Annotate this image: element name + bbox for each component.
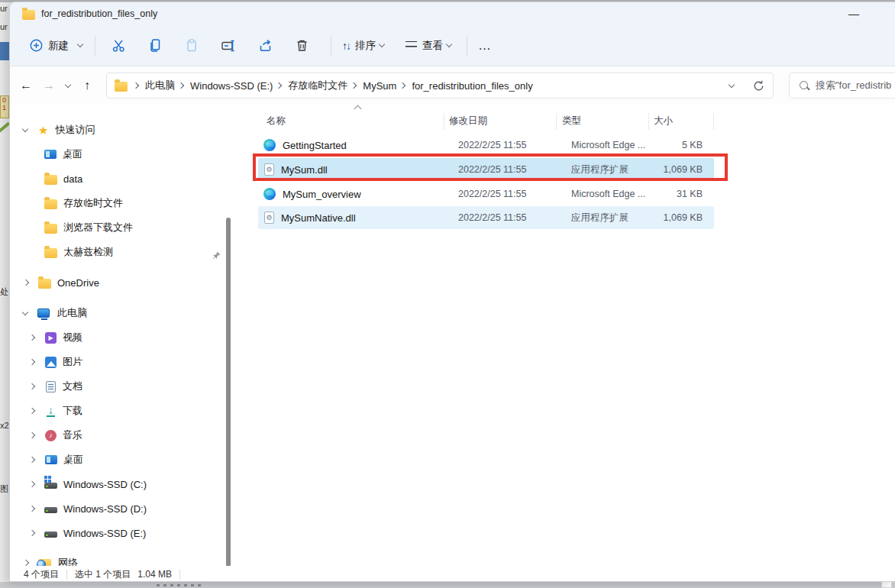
sidebar-item-this-pc[interactable]: 此电脑 [22, 302, 87, 324]
sidebar-item-music[interactable]: ♪ 音乐 [30, 425, 82, 446]
back-button[interactable]: ← [15, 74, 37, 97]
column-headers: 名称 修改日期 类型 大小 [233, 109, 895, 132]
column-header-type[interactable]: 类型 [562, 115, 581, 128]
sidebar-item-terahertz[interactable]: 太赫兹检测 [44, 241, 113, 263]
column-header-date[interactable]: 修改日期 [449, 115, 487, 128]
breadcrumb-separator-icon [179, 82, 186, 89]
toolbar-divider [331, 36, 331, 56]
drive-icon [44, 531, 57, 538]
chevron-down-icon[interactable] [22, 127, 29, 134]
toolbar-divider [467, 36, 467, 56]
forward-button[interactable]: → [37, 74, 60, 97]
minimize-button[interactable]: — [837, 2, 871, 25]
breadcrumb-item[interactable]: 存放临时文件 [284, 79, 351, 92]
history-dropdown-button[interactable] [60, 74, 76, 97]
file-row-mysum-dll[interactable]: ⚙ MySum.dll 2022/2/25 11:55 应用程序扩展 1,069… [258, 158, 714, 181]
sidebar-item-onedrive[interactable]: OneDrive [24, 272, 99, 293]
cut-button[interactable] [100, 32, 137, 60]
more-options-button[interactable]: … [472, 32, 498, 60]
file-date: 2022/2/25 11:55 [458, 189, 526, 199]
refresh-icon[interactable] [752, 79, 765, 92]
copy-button[interactable] [137, 32, 173, 60]
folder-icon [44, 175, 57, 185]
column-divider[interactable] [444, 113, 444, 130]
sidebar-scrollbar-thumb[interactable] [226, 218, 231, 582]
breadcrumb-item-current[interactable]: for_redistribution_files_only [408, 80, 536, 92]
new-button[interactable]: 新建 [24, 32, 90, 60]
sidebar-item-pictures[interactable]: 图片 [30, 351, 82, 373]
file-date: 2022/2/25 11:55 [458, 212, 526, 223]
chevron-right-icon[interactable] [30, 457, 37, 464]
selection-count: 选中 1 个项目 [75, 568, 131, 581]
chevron-right-icon[interactable] [30, 359, 37, 366]
title-bar[interactable]: for_redistribution_files_only — [10, 2, 895, 25]
view-button[interactable]: 查看 [399, 32, 459, 60]
search-input[interactable]: 搜索"for_redistrib [789, 73, 895, 99]
sidebar-item-browser-downloads[interactable]: 浏览器下载文件 [44, 217, 133, 238]
background-fragment: x2 [0, 421, 9, 430]
file-row-mysumnative-dll[interactable]: ⚙ MySumNative.dll 2022/2/25 11:55 应用程序扩展… [258, 206, 714, 229]
desktop-icon [44, 150, 57, 159]
column-divider[interactable] [713, 113, 714, 130]
chevron-right-icon[interactable] [30, 481, 37, 488]
sidebar-item-desktop[interactable]: 桌面 [30, 449, 83, 470]
drive-icon [44, 507, 57, 513]
rename-button[interactable] [210, 32, 247, 60]
sidebar-item-data[interactable]: data [44, 168, 82, 189]
chevron-right-icon[interactable] [30, 432, 37, 439]
file-row-mysum-overview[interactable]: MySum_overview 2022/2/25 11:55 Microsoft… [258, 183, 714, 205]
breadcrumb-item[interactable]: MySum [359, 80, 400, 92]
sidebar-item-desktop-quick[interactable]: 桌面 [44, 144, 82, 165]
command-bar: 新建 [10, 25, 895, 66]
sidebar-item-documents[interactable]: 文档 [30, 376, 82, 397]
sidebar-item-label: 视频 [63, 331, 82, 344]
quick-access-star-icon: ★ [38, 124, 48, 136]
chevron-right-icon[interactable] [30, 408, 37, 415]
sidebar-item-label: 下载 [63, 404, 82, 418]
chevron-down-icon[interactable] [22, 310, 29, 317]
sidebar-item-videos[interactable]: ▶ 视频 [30, 327, 82, 348]
navigation-bar: ← → ↑ 此电脑 Windows-SSD (E:) 存放临时文件 MySum … [10, 66, 895, 105]
sidebar-item-downloads[interactable]: ↓ 下载 [30, 400, 82, 422]
chevron-right-icon[interactable] [30, 334, 37, 341]
paste-button[interactable] [173, 32, 210, 60]
rename-icon [221, 39, 236, 53]
chevron-down-icon [77, 42, 84, 49]
sidebar-item-temp-files[interactable]: 存放临时文件 [44, 192, 123, 214]
sidebar-scrollbar[interactable] [226, 218, 231, 582]
chevron-down-icon [65, 82, 72, 89]
dll-file-icon: ⚙ [264, 212, 274, 224]
file-row-gettingstarted[interactable]: GettingStarted 2022/2/25 11:55 Microsoft… [258, 134, 714, 157]
clipboard-icon [185, 38, 199, 53]
delete-button[interactable] [283, 32, 320, 60]
share-button[interactable] [247, 32, 283, 60]
view-button-label: 查看 [422, 39, 443, 53]
column-header-size[interactable]: 大小 [654, 115, 673, 128]
column-divider[interactable] [648, 113, 649, 130]
address-bar[interactable]: 此电脑 Windows-SSD (E:) 存放临时文件 MySum for_re… [106, 73, 774, 99]
sidebar-item-label: data [63, 173, 82, 185]
sidebar-item-quick-access[interactable]: ★ 快速访问 [22, 119, 95, 141]
chevron-right-icon[interactable] [30, 383, 37, 390]
sort-button[interactable]: ↑↓ 排序 [336, 32, 392, 60]
chevron-right-icon[interactable] [30, 530, 37, 537]
sidebar-item-drive-c[interactable]: Windows-SSD (C:) [30, 473, 147, 495]
breadcrumb-item[interactable]: 此电脑 [141, 79, 179, 92]
file-date: 2022/2/25 11:55 [458, 164, 526, 175]
sort-ascending-icon [355, 106, 360, 111]
sidebar-item-drive-d[interactable]: Windows-SSD (D:) [30, 498, 147, 519]
desktop-icon [45, 455, 57, 464]
chevron-right-icon[interactable] [24, 279, 31, 286]
chevron-down-icon [379, 42, 386, 49]
breadcrumb-item[interactable]: Windows-SSD (E:) [186, 80, 276, 92]
up-button[interactable]: ↑ [76, 74, 99, 97]
ellipsis-icon: … [478, 38, 492, 53]
edge-file-icon [263, 188, 276, 200]
address-dropdown-icon[interactable] [729, 82, 735, 89]
sidebar-item-label: 太赫兹检测 [63, 245, 113, 259]
chevron-right-icon[interactable] [30, 506, 37, 512]
breadcrumb-separator-icon [134, 82, 141, 89]
sidebar-item-drive-e[interactable]: Windows-SSD (E:) [30, 522, 146, 544]
column-header-name[interactable]: 名称 [267, 115, 286, 128]
column-divider[interactable] [556, 113, 557, 130]
